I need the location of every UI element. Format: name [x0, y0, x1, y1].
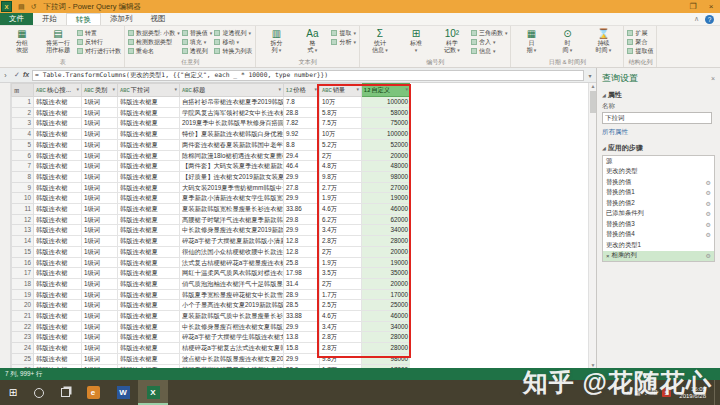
cell[interactable]: 52000	[362, 139, 411, 150]
rounding-button[interactable]: 舍入▾	[471, 38, 508, 46]
row-number[interactable]: 16	[12, 257, 34, 268]
cell[interactable]: 韩版连衣裙	[34, 300, 82, 311]
cell[interactable]: 韩版连衣裙	[34, 246, 82, 257]
cell[interactable]: 27000	[362, 182, 411, 193]
cell[interactable]: 夏装新款韩版气质中长款显瘦量长衫连衣裙女学生...	[180, 311, 284, 322]
row-number[interactable]: 13	[12, 225, 34, 236]
row-number[interactable]: 7	[12, 161, 34, 172]
cell[interactable]: 韩版夏季宽松显瘦碎花裙女中长款雪纺连衣裙学生...	[180, 289, 284, 300]
cell[interactable]: 9.92	[284, 129, 320, 140]
applied-steps-section-header[interactable]: ◢应用的步骤	[602, 143, 715, 153]
all-properties-link[interactable]: 所有属性	[602, 128, 715, 137]
row-number[interactable]: 20	[12, 300, 34, 311]
tab-添加列[interactable]: 添加列	[101, 13, 142, 25]
cortana-button[interactable]	[26, 380, 52, 405]
cell[interactable]: 韩版连衣裙	[34, 225, 82, 236]
applied-step-相乘的列[interactable]: ×相乘的列⚙	[603, 251, 714, 262]
step-settings-gear-icon[interactable]: ⚙	[706, 189, 711, 196]
move-button[interactable]: 移动▾	[214, 38, 252, 46]
cell[interactable]: 62000	[362, 214, 411, 225]
cell[interactable]: 34000	[362, 321, 411, 332]
cell[interactable]: 夏季新款小清新连衣裙女学生韩版宽松中长款显瘦...	[180, 193, 284, 204]
row-number[interactable]: 22	[12, 321, 34, 332]
step-settings-gear-icon[interactable]: ⚙	[706, 231, 711, 238]
count-rows-button[interactable]: 对行进行计数	[77, 47, 121, 55]
cell[interactable]: 1级词	[82, 182, 118, 193]
cell[interactable]: 98000	[362, 353, 411, 364]
taskbar-app-browser[interactable]: e	[78, 380, 108, 405]
task-view-button[interactable]	[52, 380, 78, 405]
cell[interactable]: 1级词	[82, 278, 118, 289]
applied-step-更改的类型1[interactable]: 更改的类型1	[603, 240, 714, 251]
cell[interactable]: 波点裙中长款韩版显瘦连衣裙女夏2019新款气质...	[180, 353, 284, 364]
cell[interactable]: 1级词	[82, 289, 118, 300]
cell[interactable]: 1级词	[82, 118, 118, 129]
row-number[interactable]: 25	[12, 353, 34, 364]
cell[interactable]: 1级词	[82, 225, 118, 236]
row-number[interactable]: 9	[12, 182, 34, 193]
cell[interactable]: 28000	[362, 236, 411, 247]
cell[interactable]: 34000	[362, 225, 411, 236]
panel-close-icon[interactable]: ×	[711, 75, 715, 82]
time-button[interactable]: ⊙时间 ▾	[550, 27, 584, 53]
undo-icon[interactable]: ↺	[31, 3, 37, 11]
rename-button[interactable]: 重命名	[128, 47, 180, 55]
taskbar-app-excel[interactable]: X	[138, 380, 168, 405]
detect-type-button[interactable]: 检测数据类型	[128, 38, 180, 46]
cell[interactable]: 韩版连衣裙	[34, 321, 82, 332]
cell[interactable]: 7.5万	[320, 118, 362, 129]
cell[interactable]: 法式复古桔梗裙碎花a字裙显瘦连衣裙女夏中长款...	[180, 257, 284, 268]
cell[interactable]: 29.9	[284, 353, 320, 364]
cell[interactable]: 28000	[362, 332, 411, 343]
tab-视图[interactable]: 视图	[142, 13, 175, 25]
cell[interactable]: 9.8万	[320, 171, 362, 182]
cell[interactable]: 31.4	[284, 278, 320, 289]
row-number[interactable]: 1	[12, 97, 34, 108]
row-number[interactable]: 15	[12, 246, 34, 257]
cell[interactable]: 韩版连衣裙	[34, 97, 82, 108]
tab-转换[interactable]: 转换	[66, 13, 101, 25]
cell[interactable]: 韩版连衣裙夏	[118, 193, 180, 204]
cell[interactable]: 100000	[362, 97, 411, 108]
applied-step-替换的值[interactable]: 替换的值⚙	[603, 177, 714, 188]
information-button[interactable]: 信息▾	[471, 47, 508, 55]
cell[interactable]: 自搭衬衫吊带裙连衣裙夏季2019韩版新款修身显瘦...	[180, 97, 284, 108]
cell[interactable]: 75000	[362, 118, 411, 129]
applied-step-替换的值4[interactable]: 替换的值4⚙	[603, 230, 714, 241]
grid-corner-button[interactable]: ⊞	[12, 84, 34, 97]
cell[interactable]: 特价】夏装新款连衣裙韩版白身优雅中长款轻熟修身...	[180, 129, 284, 140]
cell[interactable]: 两件套连衣裙春夏装新款韩国中老年女装韩版宽松...	[180, 139, 284, 150]
tray-chevron-icon[interactable]: ∧	[626, 389, 631, 397]
column-header-标题[interactable]: ABC标题▾	[180, 84, 284, 97]
applied-step-已添加条件列[interactable]: 已添加条件列⚙	[603, 209, 714, 220]
cell[interactable]: 1级词	[82, 257, 118, 268]
data-type-button[interactable]: 数据类型: 小数▾	[128, 29, 180, 37]
cell[interactable]: 2.8万	[320, 343, 362, 354]
cell[interactable]: 韩版连衣裙	[34, 139, 82, 150]
replace-values-button[interactable]: 替换值▾	[182, 29, 213, 37]
date-button[interactable]: ▦日期 ▾	[514, 27, 548, 53]
cell[interactable]: 韩版连衣裙	[34, 107, 82, 118]
cell[interactable]: 12.8	[284, 246, 320, 257]
query-name-input[interactable]: 下拉词	[602, 112, 712, 124]
tab-开始[interactable]: 开始	[33, 13, 66, 25]
properties-section-header[interactable]: ◢属性	[602, 90, 715, 100]
row-number[interactable]: 23	[12, 332, 34, 343]
cell[interactable]: 韩版连衣裙	[34, 311, 82, 322]
cell[interactable]: 1级词	[82, 246, 118, 257]
cell[interactable]: 碎花a字裙子大摆裙夏新款韩版小清新显瘦连衣裙...	[180, 236, 284, 247]
cell[interactable]: 4.8万	[320, 161, 362, 172]
cell[interactable]: 19000	[362, 257, 411, 268]
row-number[interactable]: 18	[12, 278, 34, 289]
cell[interactable]: 韩版连衣裙夏	[118, 236, 180, 247]
cell[interactable]: 15.8	[284, 343, 320, 354]
cell[interactable]: 1级词	[82, 161, 118, 172]
cell[interactable]: 学院风复古海军领衬裙2女中长连衣裙夏季短袖学生...	[180, 107, 284, 118]
cell[interactable]: 1级词	[82, 97, 118, 108]
ime-indicator[interactable]: 中	[652, 388, 659, 397]
cell[interactable]: 1级词	[82, 129, 118, 140]
cell[interactable]: 韩版连衣裙	[34, 182, 82, 193]
applied-step-替换的值3[interactable]: 替换的值3⚙	[603, 219, 714, 230]
column-header-下拉词[interactable]: ABC下拉词▾	[118, 84, 180, 97]
pivot-column-button[interactable]: 透视列	[182, 47, 213, 55]
